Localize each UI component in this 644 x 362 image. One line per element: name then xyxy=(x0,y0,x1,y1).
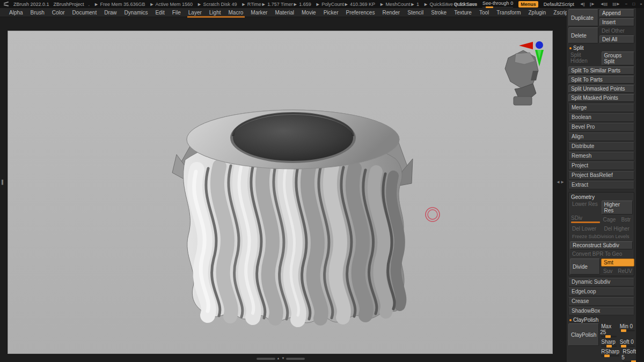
clay-rsoft-slider-label: RSoft 5 xyxy=(621,349,636,360)
menu-item-material[interactable]: Material xyxy=(271,10,298,16)
delete-button[interactable]: Delete xyxy=(568,27,598,43)
menus-button[interactable]: Menus xyxy=(518,1,538,8)
menu-bar: Alpha Brush Color Document Draw Dynamics… xyxy=(0,8,567,17)
split-unmasked-points-button[interactable]: Split Unmasked Points xyxy=(568,85,634,93)
smt-toggle[interactable]: Smt xyxy=(601,258,634,267)
split-section-header[interactable]: Split xyxy=(568,45,634,51)
menu-item-marker[interactable]: Marker xyxy=(247,10,271,16)
section-distribute[interactable]: Distribute xyxy=(568,142,634,151)
stat-meshcount: ► MeshCount► 1 xyxy=(379,2,419,7)
geometry-section-header[interactable]: Geometry xyxy=(570,194,633,201)
restore-icon[interactable]: □ xyxy=(632,2,634,6)
split-hidden-button: Split Hidden xyxy=(568,51,601,65)
document-canvas[interactable] xyxy=(8,31,553,354)
groups-split-button[interactable]: Groups Split xyxy=(602,51,635,65)
append-button[interactable]: Append xyxy=(599,9,634,17)
menu-item-picker[interactable]: Picker xyxy=(320,10,342,16)
section-boolean[interactable]: Boolean xyxy=(568,113,634,122)
sdiv-slider[interactable] xyxy=(571,221,600,223)
stat-active-mem: ► Active Mem 1560 xyxy=(150,2,193,7)
default-zscript-button[interactable]: DefaultZScript xyxy=(544,2,574,7)
section-bevel-pro[interactable]: Bevel Pro xyxy=(568,123,634,131)
menu-item-edit[interactable]: Edit xyxy=(151,10,168,16)
menu-item-movie[interactable]: Movie xyxy=(298,10,320,16)
higher-res-button[interactable]: Higher Res xyxy=(602,201,633,215)
menu-item-file[interactable]: File xyxy=(169,10,185,16)
section-dynamic-subdiv[interactable]: Dynamic Subdiv xyxy=(568,278,634,286)
palette-next-icon[interactable]: ▤► xyxy=(612,2,619,6)
section-remesh[interactable]: Remesh xyxy=(568,152,634,160)
section-crease[interactable]: Crease xyxy=(568,297,634,306)
del-lower-button: Del Lower xyxy=(570,225,601,232)
clay-sharp-slider[interactable] xyxy=(601,345,616,347)
divider-up-icon[interactable]: ▲ xyxy=(277,357,280,360)
project-name[interactable]: ZBrushProject xyxy=(54,2,84,7)
tray-left-icon[interactable]: ◄|| xyxy=(580,2,584,6)
split-to-similar-parts-button[interactable]: Split To Similar Parts xyxy=(568,67,634,75)
split-masked-points-button[interactable]: Split Masked Points xyxy=(568,94,634,102)
lower-res-button: Lower Res xyxy=(570,201,601,215)
menu-item-draw[interactable]: Draw xyxy=(100,10,120,16)
clay-rsharp-slider-label: RSharp xyxy=(600,349,620,354)
section-extract[interactable]: Extract xyxy=(568,181,634,189)
menu-item-brush[interactable]: Brush xyxy=(27,10,48,16)
del-all-button[interactable]: Del All xyxy=(599,35,634,43)
close-icon[interactable]: × xyxy=(640,2,642,6)
tool-subtool-panel: Duplicate Append Insert Delete Del Other… xyxy=(567,8,636,362)
clay-soft-slider-label: Soft 0 xyxy=(619,339,635,345)
right-gutter xyxy=(553,17,567,362)
divider-bar-left[interactable] xyxy=(257,358,275,360)
stat-free-mem: ► Free Mem 35.636GB xyxy=(94,2,145,7)
timeline-divider-handle[interactable]: ▲ ▼ xyxy=(257,357,305,360)
section-merge[interactable]: Merge xyxy=(568,104,634,112)
menu-item-macro[interactable]: Macro xyxy=(225,10,247,16)
insert-button[interactable]: Insert xyxy=(599,18,634,26)
left-tray-toggle[interactable]: ▌ xyxy=(2,180,5,184)
menu-item-render[interactable]: Render xyxy=(378,10,404,16)
menu-item-dynamics[interactable]: Dynamics xyxy=(121,10,152,16)
divider-bar-right[interactable] xyxy=(286,358,305,360)
tray-right-icon[interactable]: ||► xyxy=(590,2,595,6)
menu-item-color[interactable]: Color xyxy=(48,10,69,16)
clay-max-slider-label: Max 25 xyxy=(600,323,611,335)
cage-button: Cage xyxy=(602,217,617,223)
claypolish-button[interactable]: ClayPolish xyxy=(568,323,599,346)
quicksave-button[interactable]: QuickSave xyxy=(454,2,478,7)
section-project[interactable]: Project xyxy=(568,161,634,170)
section-align[interactable]: Align xyxy=(568,132,634,141)
menu-item-layer[interactable]: Layer xyxy=(185,10,206,16)
freeze-subdivision-levels-button: Freeze SubDivision Levels xyxy=(570,233,633,240)
menu-item-document[interactable]: Document xyxy=(69,10,101,16)
convert-bpr-to-geo-button: Convert BPR To Geo xyxy=(570,250,633,257)
menu-item-preferences[interactable]: Preferences xyxy=(342,10,378,16)
app-version: ZBrush 2022.0.1 xyxy=(13,2,49,7)
minimize-icon[interactable]: − xyxy=(625,2,627,6)
menu-item-stencil[interactable]: Stencil xyxy=(404,10,427,16)
claypolish-section-header[interactable]: ClayPolish xyxy=(568,316,634,323)
clay-min-slider[interactable] xyxy=(620,330,635,331)
clay-rsharp-slider[interactable] xyxy=(601,355,619,357)
duplicate-button[interactable]: Duplicate xyxy=(568,9,598,26)
stat-rtime: ► RTime► 1.757 Timer► 1.659 xyxy=(241,2,311,7)
menu-item-texture[interactable]: Texture xyxy=(450,10,475,16)
menu-item-stroke[interactable]: Stroke xyxy=(427,10,450,16)
see-through-slider[interactable]: See-through 0 xyxy=(482,1,513,8)
menu-item-transform[interactable]: Transform xyxy=(493,10,524,16)
right-tray-toggle[interactable]: ◄► xyxy=(556,180,565,184)
reconstruct-subdiv-button[interactable]: Reconstruct Subdiv xyxy=(570,241,633,249)
divide-button[interactable]: Divide xyxy=(570,258,600,275)
split-to-parts-button[interactable]: Split To Parts xyxy=(568,76,634,84)
section-edgeloop[interactable]: EdgeLoop xyxy=(568,287,634,296)
section-project-basrelief[interactable]: Project BasRelief xyxy=(568,171,634,180)
geometry-group: Geometry Lower Res Higher Res SDiv Cage … xyxy=(568,192,634,276)
menu-item-light[interactable]: Light xyxy=(206,10,225,16)
clay-soft-slider[interactable] xyxy=(620,345,635,347)
divider-down-icon[interactable]: ▼ xyxy=(282,357,285,360)
ac-indicator: AC xyxy=(442,2,449,7)
menu-item-tool[interactable]: Tool xyxy=(475,10,493,16)
section-shadowbox[interactable]: ShadowBox xyxy=(568,307,634,315)
menu-item-zplugin[interactable]: Zplugin xyxy=(525,10,550,16)
menu-item-alpha[interactable]: Alpha xyxy=(5,10,27,16)
palette-prev-icon[interactable]: ◄▤ xyxy=(600,2,607,6)
clay-max-slider[interactable] xyxy=(601,336,616,337)
